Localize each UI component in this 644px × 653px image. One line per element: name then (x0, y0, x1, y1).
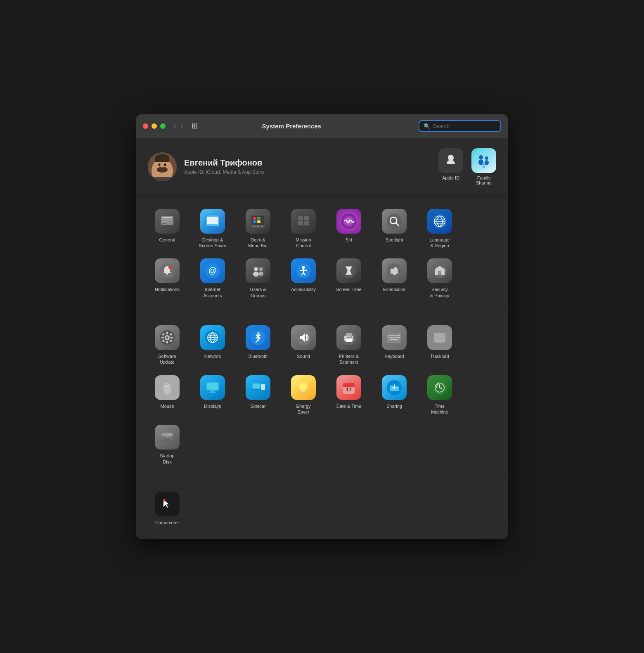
pref-bluetooth[interactable]: Bluetooth (235, 320, 281, 370)
accessibility-label: Accessibility (291, 286, 316, 292)
pref-mouse[interactable]: Mouse (144, 370, 190, 420)
svg-rect-108 (396, 337, 398, 338)
pref-notifications[interactable]: Notifications (144, 253, 190, 303)
svg-rect-37 (304, 216, 309, 220)
pref-dock[interactable]: Dock &Menu Bar (235, 204, 281, 254)
svg-rect-4 (155, 158, 169, 162)
system-preferences-window: ‹ › ⊞ System Preferences 🔍 (136, 114, 508, 539)
pref-energy[interactable]: EnergySaver (281, 370, 326, 420)
pref-extensions[interactable]: Extensions (372, 253, 417, 303)
pref-trackpad[interactable]: Trackpad (417, 320, 462, 370)
svg-point-33 (257, 225, 259, 227)
bluetooth-icon (246, 325, 270, 350)
svg-rect-78 (161, 337, 164, 338)
pref-screentime[interactable]: Screen Time (326, 253, 372, 303)
spotlight-label: Spotlight (386, 237, 403, 243)
pref-accessibility[interactable]: Accessibility (281, 253, 326, 303)
extensions-label: Extensions (383, 286, 405, 292)
svg-rect-109 (398, 337, 400, 338)
mouse-icon (155, 375, 180, 400)
svg-rect-101 (391, 335, 393, 336)
software-label: SoftwareUpdate (158, 353, 176, 365)
search-input[interactable] (433, 123, 490, 129)
pref-sound[interactable]: Sound (281, 320, 326, 370)
svg-text:17: 17 (346, 387, 352, 393)
pref-internet[interactable]: @ InternetAccounts (190, 253, 235, 303)
titlebar: ‹ › ⊞ System Preferences 🔍 (136, 114, 508, 138)
minimize-button[interactable] (152, 123, 157, 129)
section-other: Cursorcerer (136, 478, 508, 539)
maximize-button[interactable] (160, 123, 166, 129)
svg-rect-124 (261, 384, 265, 389)
svg-rect-77 (166, 341, 168, 343)
pref-mission[interactable]: MissionControl (281, 204, 326, 254)
svg-rect-97 (347, 337, 351, 338)
pref-network[interactable]: Network (190, 320, 235, 370)
hardware-grid: SoftwareUpdate Network (144, 320, 500, 470)
startup-icon (155, 425, 180, 450)
pref-printers[interactable]: Printers &Scanners (326, 320, 372, 370)
pref-cursorcerer[interactable]: Cursorcerer (144, 487, 190, 530)
pref-security[interactable]: Security& Privacy (417, 253, 462, 303)
pref-software[interactable]: SoftwareUpdate (144, 320, 190, 370)
svg-point-115 (166, 386, 169, 387)
svg-rect-76 (166, 332, 168, 334)
pref-language[interactable]: Language& Region (417, 204, 462, 254)
notifications-icon (155, 258, 180, 283)
svg-point-6 (159, 163, 161, 166)
svg-point-75 (166, 336, 168, 339)
pref-timemachine[interactable]: TimeMachine (417, 370, 462, 420)
svg-rect-68 (346, 274, 352, 275)
svg-rect-67 (346, 266, 352, 267)
pref-siri[interactable]: Siri (326, 204, 372, 254)
window-title: System Preferences (170, 123, 414, 130)
pref-users[interactable]: Users &Groups (235, 253, 281, 303)
traffic-lights (143, 123, 166, 129)
apple-id-label: Apple ID (442, 175, 459, 180)
svg-rect-117 (207, 383, 218, 390)
pref-sharing[interactable]: Sharing (372, 370, 417, 420)
pref-startup[interactable]: StartupDisk (144, 420, 190, 470)
printers-label: Printers &Scanners (339, 353, 359, 365)
pref-datetime[interactable]: 17 Date & Time (326, 370, 372, 420)
svg-point-13 (485, 160, 489, 165)
energy-icon (291, 375, 316, 400)
pref-spotlight[interactable]: Spotlight (372, 204, 417, 254)
language-label: Language& Region (430, 237, 450, 249)
svg-rect-19 (162, 221, 169, 222)
screentime-icon (336, 258, 361, 283)
pref-general[interactable]: General (144, 204, 190, 254)
cursorcerer-icon (155, 492, 180, 516)
extensions-icon (382, 258, 407, 283)
svg-point-98 (351, 336, 352, 338)
svg-rect-27 (253, 217, 256, 220)
pref-desktop[interactable]: Desktop &Screen Saver (190, 204, 235, 254)
internet-icon: @ (200, 258, 225, 283)
language-icon (427, 209, 452, 234)
notifications-label: Notifications (155, 286, 180, 292)
svg-rect-39 (304, 221, 309, 225)
svg-rect-110 (390, 339, 398, 340)
siri-label: Siri (346, 237, 352, 243)
sharing-icon (382, 375, 407, 400)
svg-rect-9 (151, 177, 173, 181)
pref-displays[interactable]: Displays (190, 370, 235, 420)
family-sharing-button[interactable]: FamilySharing (471, 148, 496, 185)
apple-id-button[interactable]: Apple ID (438, 148, 463, 185)
family-sharing-icon-box (471, 148, 496, 173)
search-bar[interactable]: 🔍 (419, 120, 501, 132)
svg-rect-121 (253, 384, 260, 388)
svg-rect-127 (302, 392, 305, 393)
svg-point-10 (479, 155, 483, 159)
svg-rect-122 (251, 389, 261, 390)
network-icon (200, 325, 225, 350)
datetime-label: Date & Time (336, 403, 362, 409)
dock-label: Dock &Menu Bar (248, 237, 268, 249)
user-subtitle: Apple ID, iCloud, Media & App Store (184, 169, 431, 175)
pref-sidecar[interactable]: Sidecar (235, 370, 281, 420)
close-button[interactable] (143, 123, 148, 129)
personal-grid: General Desktop &Screen Saver (144, 204, 500, 303)
spotlight-icon (382, 209, 407, 234)
trackpad-icon (427, 325, 452, 350)
pref-keyboard[interactable]: Keyboard (372, 320, 417, 370)
